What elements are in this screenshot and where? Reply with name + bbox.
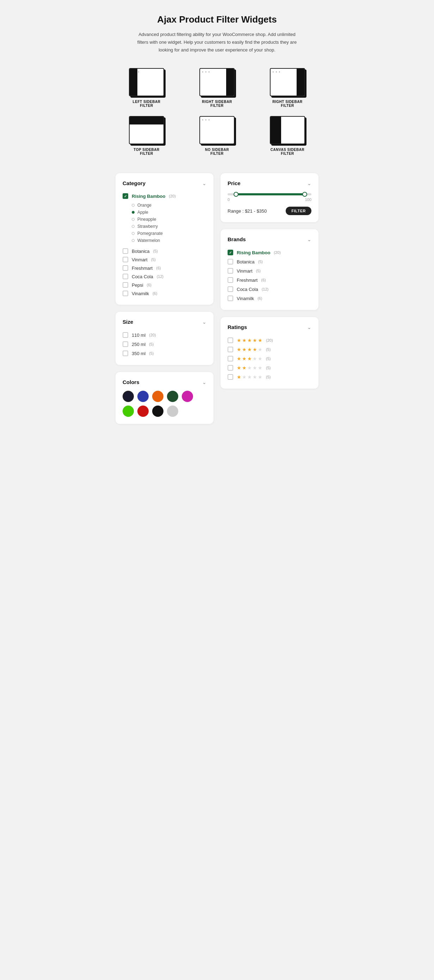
brand-item-cocacola[interactable]: Coca Cola (12) xyxy=(228,285,311,294)
star-3-empty: ★ xyxy=(247,365,252,371)
size-item-250ml[interactable]: 250 ml (5) xyxy=(123,340,206,349)
size-header[interactable]: Size ⌄ xyxy=(123,319,206,325)
size-label-350ml: 350 ml xyxy=(132,351,146,356)
rating-checkbox-2[interactable] xyxy=(228,365,233,371)
ratings-chevron-icon: ⌄ xyxy=(307,325,311,330)
sub-label-pineapple: Pineapple xyxy=(138,217,156,222)
rating-checkbox-3[interactable] xyxy=(228,356,233,361)
price-widget: Price ⌄ 0 100 Range : $21 - $350 FILTER xyxy=(220,173,318,222)
stars-2: ★ ★ ★ ★ ★ xyxy=(237,365,263,371)
size-label-110ml: 110 ml xyxy=(132,332,146,338)
sub-item-watermelon[interactable]: Watermelon xyxy=(132,237,206,244)
category-item-vinmart[interactable]: Vinmart (5) xyxy=(123,255,206,264)
color-swatch-black[interactable] xyxy=(152,406,163,417)
category-checkbox-cocacola[interactable] xyxy=(123,274,128,279)
category-header[interactable]: Category ⌄ xyxy=(123,180,206,186)
color-swatch-blue[interactable] xyxy=(138,391,149,402)
layout-canvas-sidebar[interactable]: CANVAS SIDEBARFILTER xyxy=(257,116,318,156)
sub-item-apple[interactable]: Apple xyxy=(132,209,206,216)
size-count-110ml: (20) xyxy=(149,333,156,337)
category-chevron-icon: ⌄ xyxy=(202,181,206,186)
category-item-vinamilk[interactable]: Vinamilk (6) xyxy=(123,289,206,298)
brands-title: Brands xyxy=(228,236,246,242)
brand-checkbox-vinamilk[interactable] xyxy=(228,296,233,301)
sub-item-strawberry[interactable]: Strawberry xyxy=(132,223,206,230)
category-item-botanica[interactable]: Botanica (5) xyxy=(123,247,206,255)
category-checkbox-pepsi[interactable] xyxy=(123,282,128,288)
size-item-110ml[interactable]: 110 ml (20) xyxy=(123,331,206,340)
star-4-empty: ★ xyxy=(253,374,257,380)
colors-title: Colors xyxy=(123,379,139,385)
rating-item-1[interactable]: ★ ★ ★ ★ ★ (5) xyxy=(228,372,311,382)
category-label-vinmart: Vinmart xyxy=(132,257,147,262)
layout-left-sidebar[interactable]: LEFT SIDEBARFILTER xyxy=(116,68,177,108)
brand-item-rising-bamboo[interactable]: Rising Bamboo (20) xyxy=(228,248,311,257)
category-checkbox-vinmart[interactable] xyxy=(123,257,128,262)
brands-header[interactable]: Brands ⌄ xyxy=(228,236,311,242)
color-swatch-red[interactable] xyxy=(138,406,149,417)
star-3: ★ xyxy=(247,337,252,343)
price-header[interactable]: Price ⌄ xyxy=(228,180,311,186)
brand-item-vinmart[interactable]: Vinmart (5) xyxy=(228,266,311,275)
size-checkbox-350ml[interactable] xyxy=(123,350,128,356)
star-5-empty: ★ xyxy=(258,356,263,361)
rating-item-3[interactable]: ★ ★ ★ ★ ★ (5) xyxy=(228,354,311,363)
size-checkbox-250ml[interactable] xyxy=(123,341,128,347)
color-swatch-silver[interactable] xyxy=(167,406,178,417)
sub-item-pomegranate[interactable]: Pomegranate xyxy=(132,230,206,237)
color-swatch-magenta[interactable] xyxy=(182,391,193,402)
filter-button[interactable]: FILTER xyxy=(286,207,311,215)
brand-checkbox-freshmart[interactable] xyxy=(228,277,233,283)
price-title: Price xyxy=(228,180,241,186)
category-checkbox-botanica[interactable] xyxy=(123,248,128,254)
layout-no-sidebar[interactable]: NO SIDEBARFILTER xyxy=(186,116,248,156)
color-swatch-orange[interactable] xyxy=(152,391,163,402)
category-item-freshmart[interactable]: Freshmart (6) xyxy=(123,264,206,272)
rating-item-4[interactable]: ★ ★ ★ ★ ★ (5) xyxy=(228,345,311,354)
ratings-header[interactable]: Ratings ⌄ xyxy=(228,324,311,330)
rating-checkbox-5[interactable] xyxy=(228,337,233,343)
stars-5: ★ ★ ★ ★ ★ xyxy=(237,337,263,343)
page-description: Advanced product filtering ability for y… xyxy=(133,31,301,54)
colors-header[interactable]: Colors ⌄ xyxy=(123,379,206,385)
brand-item-freshmart[interactable]: Freshmart (6) xyxy=(228,275,311,285)
star-4: ★ xyxy=(253,337,257,343)
ratings-title: Ratings xyxy=(228,324,247,330)
size-checkbox-110ml[interactable] xyxy=(123,332,128,338)
color-swatch-dark-green[interactable] xyxy=(167,391,178,402)
sub-item-pineapple[interactable]: Pineapple xyxy=(132,216,206,223)
category-checkbox-freshmart[interactable] xyxy=(123,265,128,271)
rating-item-2[interactable]: ★ ★ ★ ★ ★ (5) xyxy=(228,363,311,372)
brand-item-botanica[interactable]: Botanica (5) xyxy=(228,257,311,266)
size-item-350ml[interactable]: 350 ml (5) xyxy=(123,349,206,358)
price-slider-track[interactable] xyxy=(228,193,311,196)
brand-checkbox-vinmart[interactable] xyxy=(228,268,233,274)
brand-checkbox-botanica[interactable] xyxy=(228,259,233,264)
price-slider-thumb-right[interactable] xyxy=(302,192,307,197)
color-swatch-bright-green[interactable] xyxy=(123,406,134,417)
sub-label-watermelon: Watermelon xyxy=(138,238,160,243)
layout-right-sidebar[interactable]: RIGHT SIDEBARFILTER xyxy=(186,68,248,108)
category-checkbox-rising-bamboo[interactable] xyxy=(123,193,128,199)
right-sidebar-icon xyxy=(200,68,234,96)
category-checkbox-vinamilk[interactable] xyxy=(123,291,128,296)
sub-item-orange[interactable]: Orange xyxy=(132,202,206,209)
brand-label-freshmart: Freshmart xyxy=(237,278,258,283)
category-item-cocacola[interactable]: Coca Cola (12) xyxy=(123,272,206,281)
rating-item-5[interactable]: ★ ★ ★ ★ ★ (20) xyxy=(228,336,311,345)
layout-top-sidebar[interactable]: TOP SIDEBARFILTER xyxy=(116,116,177,156)
category-item-rising-bamboo[interactable]: Rising Bamboo (20) xyxy=(123,192,206,200)
brand-checkbox-rising-bamboo[interactable] xyxy=(228,250,233,255)
price-slider-thumb-left[interactable] xyxy=(234,192,239,197)
rating-count-2: (5) xyxy=(266,366,271,370)
stars-4: ★ ★ ★ ★ ★ xyxy=(237,347,263,352)
layout-right-sidebar2[interactable]: RIGHT SIDEBARFILTER xyxy=(257,68,318,108)
category-item-pepsi[interactable]: Pepsi (6) xyxy=(123,281,206,289)
color-swatch-navy-black[interactable] xyxy=(123,391,134,402)
brand-checkbox-cocacola[interactable] xyxy=(228,286,233,292)
brand-item-vinamilk[interactable]: Vinamilk (6) xyxy=(228,294,311,303)
rating-checkbox-4[interactable] xyxy=(228,347,233,352)
category-count-botanica: (5) xyxy=(153,249,158,253)
rating-checkbox-1[interactable] xyxy=(228,374,233,380)
brands-chevron-icon: ⌄ xyxy=(307,237,311,242)
